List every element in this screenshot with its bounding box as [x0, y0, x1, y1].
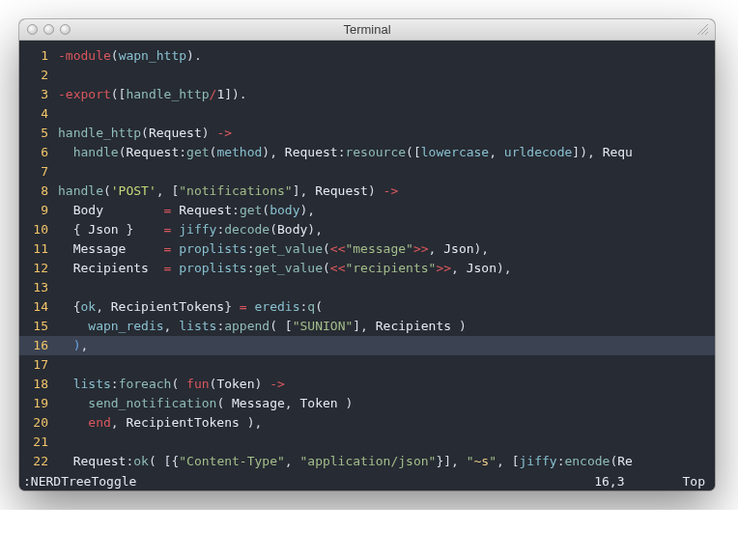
code-line[interactable]: 13 [19, 278, 715, 297]
scroll-position: Top [683, 474, 705, 489]
line-number: 12 [19, 259, 58, 278]
code-content: -module(wapn_http). [58, 46, 715, 66]
line-number: 8 [19, 182, 58, 201]
code-content: handle('POST', ["notifications"], Reques… [58, 182, 715, 201]
code-content: send_notification( Message, Token ) [58, 394, 715, 413]
line-number: 15 [19, 317, 58, 336]
line-number: 16 [19, 336, 58, 355]
status-left: :NERDTreeToggle [23, 474, 136, 489]
line-number: 9 [19, 201, 58, 220]
code-line[interactable]: 20 end, RecipientTokens ), [19, 413, 715, 433]
code-content: Message = proplists:get_value(<<"message… [58, 239, 715, 259]
line-number: 4 [19, 104, 58, 124]
line-number: 1 [19, 46, 58, 66]
code-line[interactable]: 18 lists:foreach( fun(Token) -> [19, 375, 715, 394]
close-icon[interactable] [27, 24, 38, 35]
code-line[interactable]: 21 [19, 433, 715, 452]
code-content: Body = Request:get(body), [58, 201, 715, 220]
code-line[interactable]: 12 Recipients = proplists:get_value(<<"r… [19, 259, 715, 278]
code-line[interactable]: 1-module(wapn_http). [19, 46, 715, 66]
code-content: Request:ok( [{"Content-Type", "applicati… [58, 452, 715, 471]
code-line[interactable]: 22 Request:ok( [{"Content-Type", "applic… [19, 452, 715, 471]
code-editor[interactable]: 1-module(wapn_http).23-export([handle_ht… [19, 41, 715, 471]
code-content: wapn_redis, lists:append( ["SUNION"], Re… [58, 317, 715, 336]
code-line[interactable]: 19 send_notification( Message, Token ) [19, 394, 715, 413]
line-number: 21 [19, 433, 58, 452]
code-content: -export([handle_http/1]). [58, 85, 715, 104]
code-content: handle(Request:get(method), Request:reso… [58, 143, 715, 162]
code-content: end, RecipientTokens ), [58, 413, 715, 433]
code-line[interactable]: 7 [19, 162, 715, 182]
code-content: handle_http(Request) -> [58, 124, 715, 143]
terminal-window: Terminal 1-module(wapn_http).23-export([… [19, 19, 715, 490]
resize-icon [696, 23, 709, 36]
line-number: 5 [19, 124, 58, 143]
traffic-lights [19, 24, 71, 35]
titlebar[interactable]: Terminal [19, 19, 715, 41]
line-number: 17 [19, 355, 58, 375]
window-title: Terminal [19, 22, 715, 37]
line-number: 11 [19, 239, 58, 259]
line-number: 14 [19, 297, 58, 317]
code-line[interactable]: 17 [19, 355, 715, 375]
line-number: 18 [19, 375, 58, 394]
code-line[interactable]: 16 ), [19, 336, 715, 355]
code-line[interactable]: 8handle('POST', ["notifications"], Reque… [19, 182, 715, 201]
code-line[interactable]: 10 { Json } = jiffy:decode(Body), [19, 220, 715, 239]
code-line[interactable]: 15 wapn_redis, lists:append( ["SUNION"],… [19, 317, 715, 336]
code-content: lists:foreach( fun(Token) -> [58, 375, 715, 394]
code-content: Recipients = proplists:get_value(<<"reci… [58, 259, 715, 278]
line-number: 13 [19, 278, 58, 297]
line-number: 19 [19, 394, 58, 413]
line-number: 3 [19, 85, 58, 104]
line-number: 10 [19, 220, 58, 239]
code-line[interactable]: 5handle_http(Request) -> [19, 124, 715, 143]
code-content: ), [58, 336, 715, 355]
code-line[interactable]: 2 [19, 66, 715, 85]
code-content: {ok, RecipientTokens} = eredis:q( [58, 297, 715, 317]
zoom-icon[interactable] [60, 24, 71, 35]
line-number: 22 [19, 452, 58, 471]
code-line[interactable]: 3-export([handle_http/1]). [19, 85, 715, 104]
status-bar: :NERDTreeToggle 16,3 Top [19, 471, 715, 490]
line-number: 7 [19, 162, 58, 182]
line-number: 6 [19, 143, 58, 162]
code-line[interactable]: 14 {ok, RecipientTokens} = eredis:q( [19, 297, 715, 317]
code-line[interactable]: 6 handle(Request:get(method), Request:re… [19, 143, 715, 162]
line-number: 2 [19, 66, 58, 85]
code-content: { Json } = jiffy:decode(Body), [58, 220, 715, 239]
code-line[interactable]: 11 Message = proplists:get_value(<<"mess… [19, 239, 715, 259]
minimize-icon[interactable] [43, 24, 54, 35]
line-number: 20 [19, 413, 58, 433]
code-line[interactable]: 9 Body = Request:get(body), [19, 201, 715, 220]
code-line[interactable]: 4 [19, 104, 715, 124]
cursor-position: 16,3 [594, 474, 624, 489]
